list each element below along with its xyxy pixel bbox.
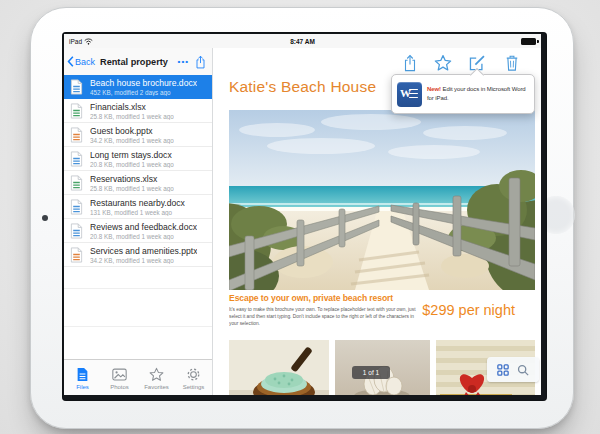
file-meta: 34.2 KB, modified 1 week ago xyxy=(90,137,174,144)
file-meta: 20.8 KB, modified 1 week ago xyxy=(90,161,174,168)
docx-file-icon xyxy=(70,199,83,215)
clock: 8:47 AM xyxy=(64,38,541,45)
star-icon xyxy=(149,367,164,382)
camera-dot xyxy=(42,215,48,221)
pptx-file-icon xyxy=(70,247,83,263)
page-indicator-badge: 1 of 1 xyxy=(352,366,390,379)
file-name: Reservations.xlsx xyxy=(90,174,174,184)
tab-photos[interactable]: Photos xyxy=(101,360,138,395)
price-text: $299 per night xyxy=(385,302,515,318)
ipad-frame: iPad 8:47 AM Back Rental xyxy=(30,7,574,429)
pptx-file-icon xyxy=(70,127,83,143)
word-promo-popover[interactable]: W New! Edit your docs in Microsoft Word … xyxy=(391,74,535,114)
favorite-button[interactable] xyxy=(434,54,452,72)
file-meta: 25.8 KB, modified 1 week ago xyxy=(90,185,174,192)
preview-pane: Katie's Beach House xyxy=(213,48,541,395)
file-row[interactable]: Guest book.pptx 34.2 KB, modified 1 week… xyxy=(64,123,212,147)
xlsx-file-icon xyxy=(70,103,83,119)
search-button[interactable] xyxy=(517,364,529,376)
document-subheading: Escape to your own, private beach resort xyxy=(229,293,393,303)
popover-text: New! Edit your docs in Microsoft Word fo… xyxy=(427,85,529,102)
back-label: Back xyxy=(75,57,95,67)
document-title: Katie's Beach House xyxy=(229,78,376,96)
tab-bar: Files Photos Favorites Settings xyxy=(64,359,212,395)
share-button[interactable] xyxy=(401,54,419,72)
navigation-bar: Back Rental property ••• xyxy=(64,48,212,76)
file-name: Financials.xlsx xyxy=(90,102,174,112)
microsoft-word-icon: W xyxy=(397,82,422,107)
delete-button[interactable] xyxy=(503,54,521,72)
file-meta: 131 KB, modified 1 week ago xyxy=(90,209,185,216)
file-list: Beach house brochure.docx 452 KB, modifi… xyxy=(64,75,212,267)
file-name: Beach house brochure.docx xyxy=(90,78,197,88)
chevron-left-icon xyxy=(67,56,74,67)
file-row[interactable]: Financials.xlsx 25.8 KB, modified 1 week… xyxy=(64,99,212,123)
file-name: Reviews and feedback.docx xyxy=(90,222,197,232)
file-name: Long term stays.docx xyxy=(90,150,174,160)
file-name: Guest book.pptx xyxy=(90,126,174,136)
status-bar: iPad 8:47 AM xyxy=(64,34,541,48)
file-meta: 34.2 KB, modified 1 week ago xyxy=(90,257,197,264)
more-options-button[interactable]: ••• xyxy=(178,57,189,66)
file-list-panel: Back Rental property ••• Beach house bro… xyxy=(64,48,213,395)
file-row[interactable]: Beach house brochure.docx 452 KB, modifi… xyxy=(64,75,212,99)
list-separator xyxy=(64,326,212,327)
app-display: iPad 8:47 AM Back Rental xyxy=(64,34,541,395)
file-row[interactable]: Long term stays.docx 20.8 KB, modified 1… xyxy=(64,147,212,171)
back-button[interactable]: Back xyxy=(67,56,95,67)
tab-settings[interactable]: Settings xyxy=(175,360,212,395)
list-separator xyxy=(64,288,212,289)
file-row[interactable]: Reservations.xlsx 25.8 KB, modified 1 we… xyxy=(64,171,212,195)
files-icon xyxy=(75,367,90,382)
xlsx-file-icon xyxy=(70,175,83,191)
beach-path-photo xyxy=(229,110,535,290)
folder-share-button[interactable] xyxy=(195,55,206,69)
file-row[interactable]: Restaurants nearby.docx 131 KB, modified… xyxy=(64,195,212,219)
battery-icon xyxy=(521,38,536,45)
file-name: Restaurants nearby.docx xyxy=(90,198,185,208)
desktop-background: iPad 8:47 AM Back Rental xyxy=(0,0,600,434)
ipad-screen: iPad 8:47 AM Back Rental xyxy=(62,32,547,401)
bath-salts-photo xyxy=(229,340,329,395)
tab-files[interactable]: Files xyxy=(64,360,101,395)
file-meta: 25.8 KB, modified 1 week ago xyxy=(90,113,174,120)
file-row[interactable]: Reviews and feedback.docx 20.8 KB, modif… xyxy=(64,219,212,243)
docx-file-icon xyxy=(70,223,83,239)
file-meta: 20.8 KB, modified 1 week ago xyxy=(90,233,197,240)
preview-view-controls xyxy=(487,357,539,382)
new-badge: New! xyxy=(427,86,441,92)
gear-icon xyxy=(186,367,201,382)
docx-file-icon xyxy=(70,79,83,95)
photos-icon xyxy=(112,367,127,382)
docx-file-icon xyxy=(70,151,83,167)
file-meta: 452 KB, modified 2 days ago xyxy=(90,89,197,96)
preview-toolbar xyxy=(213,52,541,74)
folder-title: Rental property xyxy=(100,57,168,67)
file-row[interactable]: Services and amenities.pptx 34.2 KB, mod… xyxy=(64,243,212,267)
grid-view-button[interactable] xyxy=(497,364,509,376)
file-name: Services and amenities.pptx xyxy=(90,246,197,256)
tab-favorites[interactable]: Favorites xyxy=(138,360,175,395)
